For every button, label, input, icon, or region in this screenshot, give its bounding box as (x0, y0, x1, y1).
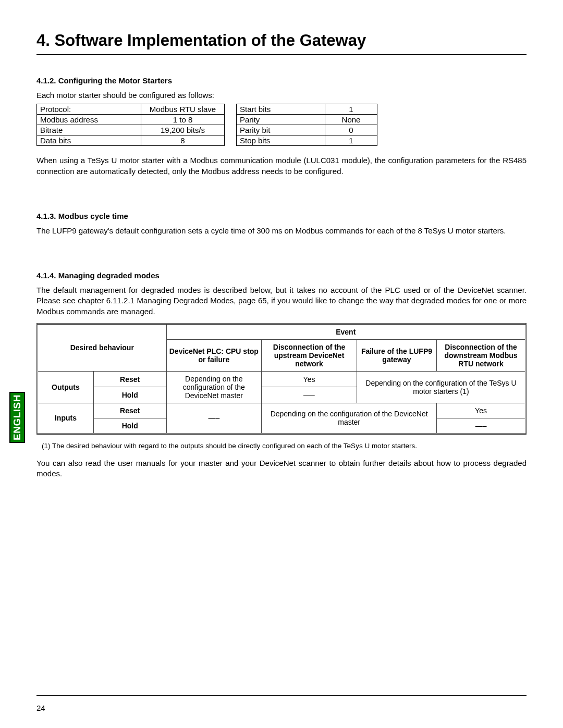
config-table-left: Protocol:Modbus RTU slave Modbus address… (36, 104, 225, 146)
cell-label: Bitrate (37, 125, 141, 135)
cell: Depending on the configuration of the Te… (357, 371, 525, 403)
intro-412: Each motor starter should be configured … (36, 90, 527, 101)
table-row: OutputsReset Depending on the configurat… (38, 371, 526, 387)
cell: —– (166, 403, 262, 434)
header-col-plc: DeviceNet PLC: CPU stop or failure (166, 339, 262, 371)
para-412: When using a TeSys U motor starter with … (36, 155, 527, 177)
cell: Yes (437, 403, 526, 418)
heading-412: 4.1.2. Configuring the Motor Starters (36, 76, 527, 85)
cell-value: 1 (325, 104, 377, 115)
cell: Depending on the configuration of the De… (166, 371, 262, 403)
cell-value: None (325, 115, 377, 125)
spacer (36, 183, 527, 212)
cell: Depending on the configuration of the De… (262, 403, 437, 434)
header-col-downstream: Disconnection of the downstream Modbus R… (437, 339, 526, 371)
config-table-right: Start bits1 ParityNone Parity bit0 Stop … (236, 104, 377, 146)
cell-label: Stop bits (237, 135, 325, 146)
table-row: Bitrate19,200 bits/s (37, 125, 225, 135)
cell-label: Parity bit (237, 125, 325, 135)
cell: —– (262, 387, 357, 403)
heading-413: 4.1.3. Modbus cycle time (36, 212, 527, 220)
table-row: Parity bit0 (237, 125, 377, 135)
footnote-414: (1) The desired behaviour with regard to… (42, 442, 527, 450)
header-event: Event (166, 324, 526, 339)
table-row: Start bits1 (237, 104, 377, 115)
cell-label: Start bits (237, 104, 325, 115)
row-outputs: Outputs (38, 371, 94, 403)
row-hold: Hold (93, 387, 166, 403)
row-reset: Reset (93, 403, 166, 418)
cell-label: Data bits (37, 135, 141, 146)
cell-value: 0 (325, 125, 377, 135)
chapter-title: 4. Software Implementation of the Gatewa… (36, 31, 527, 50)
table-row: Protocol:Modbus RTU slave (37, 104, 225, 115)
cell-label: Modbus address (37, 115, 141, 125)
config-tables-row: Protocol:Modbus RTU slave Modbus address… (36, 104, 527, 146)
table-row: Stop bits1 (237, 135, 377, 146)
footer-rule (36, 695, 527, 696)
row-reset: Reset (93, 371, 166, 387)
page-number: 24 (36, 704, 45, 712)
header-behaviour: Desired behaviour (38, 324, 167, 371)
degraded-modes-table: Desired behaviour Event DeviceNet PLC: C… (36, 323, 527, 435)
closing-414: You can also read the user manuals for y… (36, 458, 527, 479)
table-row: Modbus address1 to 8 (37, 115, 225, 125)
table-header-row: Desired behaviour Event (38, 324, 526, 339)
spacer (36, 242, 527, 271)
cell-label: Parity (237, 115, 325, 125)
row-hold: Hold (93, 418, 166, 434)
page: 4. Software Implementation of the Gatewa… (0, 0, 563, 728)
header-col-failure: Failure of the LUFP9 gateway (357, 339, 436, 371)
heading-414: 4.1.4. Managing degraded modes (36, 271, 527, 280)
row-inputs: Inputs (38, 403, 94, 434)
cell-value: 19,200 bits/s (141, 125, 225, 135)
cell-value: 1 (325, 135, 377, 146)
cell: Yes (262, 371, 357, 387)
cell-value: Modbus RTU slave (141, 104, 225, 115)
table-row: Data bits8 (37, 135, 225, 146)
title-rule (36, 54, 527, 55)
language-tab: ENGLISH (9, 392, 25, 443)
para-414: The default management for degraded mode… (36, 285, 527, 317)
header-col-upstream: Disconnection of the upstream DeviceNet … (262, 339, 357, 371)
cell-value: 1 to 8 (141, 115, 225, 125)
cell-value: 8 (141, 135, 225, 146)
cell-label: Protocol: (37, 104, 141, 115)
para-413: The LUFP9 gateway's default configuratio… (36, 226, 527, 236)
table-row: ParityNone (237, 115, 377, 125)
table-row: InputsReset —– Depending on the configur… (38, 403, 526, 418)
cell: —– (437, 418, 526, 434)
